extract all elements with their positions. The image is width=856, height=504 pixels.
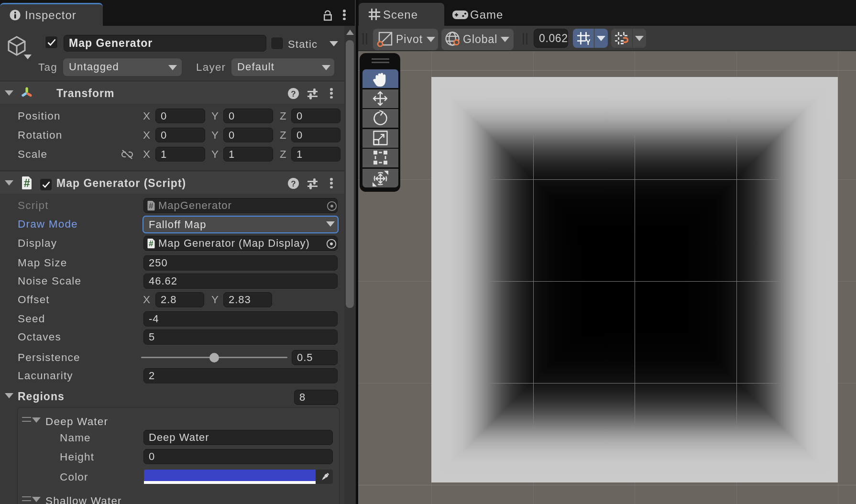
svg-text:Y: Y [586, 38, 591, 45]
svg-text:?: ? [291, 89, 296, 99]
svg-text:?: ? [291, 179, 296, 188]
svg-text:#: # [149, 201, 154, 210]
svg-text:#: # [24, 177, 30, 189]
svg-text:#: # [149, 239, 154, 248]
